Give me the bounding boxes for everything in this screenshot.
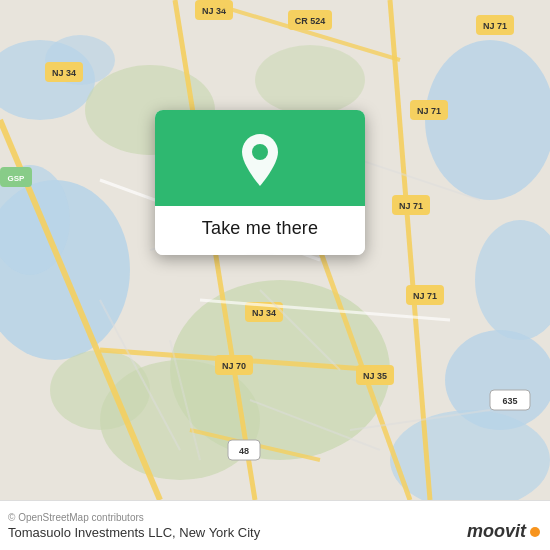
popup-green-section (155, 110, 365, 206)
svg-text:635: 635 (502, 396, 517, 406)
svg-point-56 (252, 144, 268, 160)
popup-card: Take me there (155, 110, 365, 255)
svg-text:NJ 71: NJ 71 (399, 201, 423, 211)
svg-text:NJ 34: NJ 34 (52, 68, 76, 78)
osm-attribution: © OpenStreetMap contributors (8, 512, 542, 523)
footer-bar: © OpenStreetMap contributors Tomasuolo I… (0, 500, 550, 550)
moovit-dot (530, 527, 540, 537)
svg-text:NJ 34: NJ 34 (252, 308, 276, 318)
popup-bottom-section: Take me there (155, 206, 365, 255)
svg-text:NJ 71: NJ 71 (413, 291, 437, 301)
svg-point-13 (255, 45, 365, 115)
moovit-brand-text: moovit (467, 521, 526, 542)
svg-text:NJ 35: NJ 35 (363, 371, 387, 381)
location-pin-icon (236, 132, 284, 188)
take-me-there-button[interactable]: Take me there (202, 218, 318, 239)
svg-text:GSP: GSP (8, 174, 26, 183)
svg-text:48: 48 (239, 446, 249, 456)
moovit-logo: moovit (467, 521, 540, 542)
svg-text:NJ 71: NJ 71 (417, 106, 441, 116)
svg-text:CR 524: CR 524 (295, 16, 326, 26)
svg-text:NJ 70: NJ 70 (222, 361, 246, 371)
svg-text:NJ 71: NJ 71 (483, 21, 507, 31)
location-label: Tomasuolo Investments LLC, New York City (8, 525, 542, 540)
map-container: NJ 34 NJ 34 NJ 34 NJ 71 NJ 71 NJ 71 NJ 7… (0, 0, 550, 500)
